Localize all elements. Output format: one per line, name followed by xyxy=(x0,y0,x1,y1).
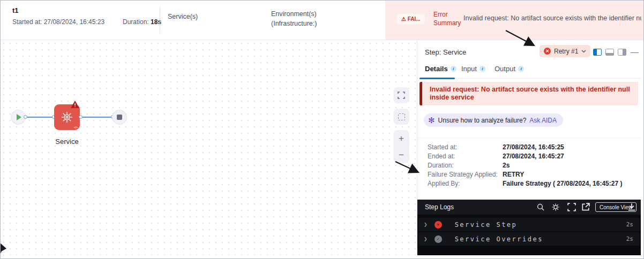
step-logs-header: Step Logs Console View xyxy=(417,200,641,215)
log-section-name: Service Overrides xyxy=(455,235,543,243)
tab-output[interactable]: Output i xyxy=(495,65,524,73)
detail-row-started-at: Started at: 27/08/2024, 16:45:25 xyxy=(428,143,636,151)
failed-status-badge[interactable]: ⚠ FAI... xyxy=(397,14,425,24)
duration-text: Duration: 18s xyxy=(123,18,161,26)
error-summary-label: Error Summary xyxy=(433,10,467,27)
marquee-icon xyxy=(398,113,405,120)
search-icon[interactable] xyxy=(536,203,545,211)
step-error-text: Invalid request: No artifact source exis… xyxy=(422,86,638,102)
detail-row-failure-strategy: Failure Strategy Applied: RETRY xyxy=(428,171,636,178)
stop-icon xyxy=(117,115,122,120)
edge-service-to-end xyxy=(81,117,113,118)
retry-selector[interactable]: ✕ Retry #1 xyxy=(540,45,590,57)
play-icon xyxy=(17,114,21,120)
detail-label: Duration: xyxy=(428,162,503,169)
failed-status-icon: ✕ xyxy=(435,221,442,228)
success-status-icon: ✓ xyxy=(435,235,442,243)
chevron-right-icon[interactable]: ❯ xyxy=(424,221,428,228)
panel-minimize-button[interactable]: — xyxy=(631,47,639,56)
detail-row-ended-at: Ended at: 27/08/2024, 16:45:27 xyxy=(428,153,636,160)
step-error-message: Invalid request: No artifact source exis… xyxy=(420,82,638,105)
detail-label: Failure Strategy Applied: xyxy=(428,171,503,178)
ask-aida-prompt[interactable]: ✻ Unsure how to analyze failure? Ask AID… xyxy=(424,113,563,127)
error-summary-text: Invalid request: No artifact source exis… xyxy=(463,14,641,22)
open-in-new-icon[interactable] xyxy=(581,203,590,211)
detail-value: 2s xyxy=(503,162,510,169)
tab-input[interactable]: Input i xyxy=(461,65,485,73)
detail-row-duration: Duration: 2s xyxy=(428,162,636,169)
edge-connector-dot xyxy=(24,115,27,119)
edge-connector-dot xyxy=(79,115,83,119)
infrastructure-line2: (Infrastructure:) xyxy=(271,19,317,28)
chevron-right-icon[interactable]: ❯ xyxy=(424,235,428,242)
tab-output-label: Output xyxy=(495,65,515,73)
detail-label: Applied By: xyxy=(428,180,503,187)
environments-label: Environment(s) (Infrastructure:) xyxy=(271,9,317,28)
execution-header: t1 Started at: 27/08/2024, 16:45:23 Dura… xyxy=(1,1,643,40)
zoom-out-button[interactable]: − xyxy=(399,150,404,159)
canvas-zoom-control: + − xyxy=(393,130,409,163)
log-section-duration: 2s xyxy=(626,221,633,228)
step-panel-title: Step: Service xyxy=(425,48,466,56)
canvas-selection-button[interactable] xyxy=(393,109,409,125)
gear-icon xyxy=(60,110,74,124)
log-row-service-step[interactable]: ❯ ✕ Service Step 2s xyxy=(418,218,640,231)
layout-right-split-button[interactable] xyxy=(618,49,626,56)
service-node-label: Service xyxy=(41,138,93,146)
detail-row-applied-by: Applied By: Failure Strategy ( 27/08/202… xyxy=(428,180,636,187)
detail-label: Ended at: xyxy=(428,153,503,160)
step-logs-title: Step Logs xyxy=(425,203,454,211)
aida-question: Unsure how to analyze failure? xyxy=(438,117,527,124)
detail-value: RETRY xyxy=(503,171,524,178)
edge-start-to-service xyxy=(25,117,55,118)
warning-triangle-icon xyxy=(70,100,80,109)
pipeline-name: t1 xyxy=(12,6,19,14)
tab-details-label: Details xyxy=(425,65,448,73)
fullscreen-icon[interactable] xyxy=(567,203,576,211)
tab-input-label: Input xyxy=(461,65,477,73)
canvas-fullscreen-button[interactable] xyxy=(393,87,409,103)
header-divider xyxy=(160,7,160,34)
code-glyph: </> xyxy=(74,126,78,129)
panel-tabs: Details i Input i Output i xyxy=(417,64,641,79)
download-icon[interactable] xyxy=(627,203,636,211)
info-icon[interactable]: i xyxy=(518,66,524,72)
started-at-text: Started at: 27/08/2024, 16:45:23 xyxy=(12,18,104,26)
pipeline-execution-page: t1 Started at: 27/08/2024, 16:45:23 Dura… xyxy=(0,0,644,259)
end-node[interactable] xyxy=(112,110,127,125)
pipeline-canvas[interactable]: </> Service + − xyxy=(1,40,417,255)
error-summary-banner: ⚠ FAI... Error Summary Invalid request: … xyxy=(385,1,643,40)
step-logs-panel: Step Logs Console View ❯ ✕ Service Step xyxy=(417,200,641,255)
chevron-down-icon xyxy=(581,50,586,53)
zoom-in-button[interactable]: + xyxy=(399,134,404,143)
info-icon[interactable]: i xyxy=(451,66,456,72)
log-section-name: Service Step xyxy=(455,221,518,228)
active-tab-underline xyxy=(420,78,455,79)
log-section-duration: 2s xyxy=(626,235,633,242)
info-icon[interactable]: i xyxy=(480,66,485,72)
aida-icon: ✻ xyxy=(428,116,435,124)
settings-gear-icon[interactable] xyxy=(551,203,560,211)
detail-label: Started at: xyxy=(428,143,503,151)
failed-retry-icon: ✕ xyxy=(544,48,551,55)
detail-value: Failure Strategy ( 27/08/2024, 16:45:27 … xyxy=(503,180,622,187)
step-details-panel: Step: Service ✕ Retry #1 — Details i Inp… xyxy=(417,40,641,255)
expand-icon xyxy=(398,92,405,99)
duration-label: Duration: xyxy=(123,18,151,26)
log-row-service-overrides[interactable]: ❯ ✓ Service Overrides 2s xyxy=(418,232,640,246)
ask-aida-link[interactable]: Ask AIDA xyxy=(529,117,557,124)
layout-left-split-button[interactable] xyxy=(593,49,602,56)
step-detail-fields: Started at: 27/08/2024, 16:45:25 Ended a… xyxy=(417,138,641,138)
detail-value: 27/08/2024, 16:45:27 xyxy=(503,153,564,160)
environments-line1: Environment(s) xyxy=(271,9,317,19)
tab-details[interactable]: Details i xyxy=(425,65,456,73)
detail-value: 27/08/2024, 16:45:25 xyxy=(503,143,564,151)
failed-status-label: FAI... xyxy=(408,16,421,22)
retry-label: Retry #1 xyxy=(554,48,578,55)
services-label: Service(s) xyxy=(168,13,198,20)
layout-bottom-split-button[interactable] xyxy=(605,49,614,56)
